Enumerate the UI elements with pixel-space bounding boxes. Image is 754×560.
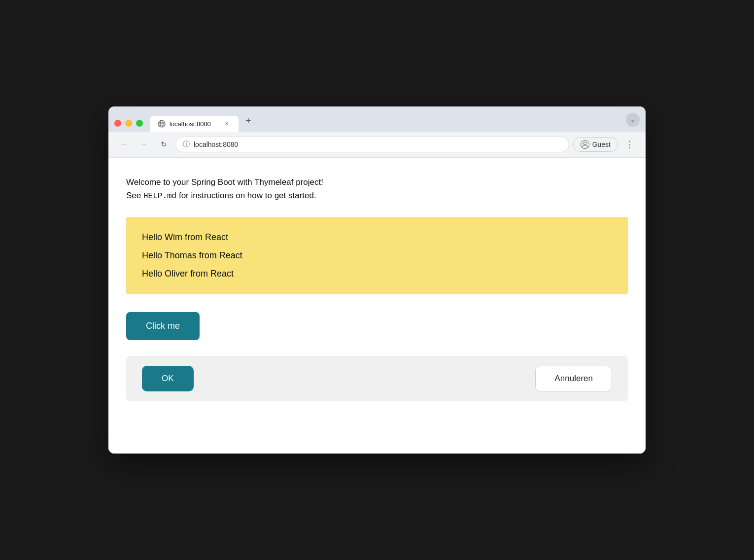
navigation-bar: ← → ↻ ⓘ localhost:8080 Guest ⋮ [108, 132, 646, 158]
welcome-message: Welcome to your Spring Boot with Thymele… [126, 175, 628, 203]
user-icon [581, 140, 589, 149]
info-icon: ⓘ [183, 140, 190, 149]
traffic-light-yellow[interactable] [125, 120, 132, 127]
welcome-line2-suffix: for instructions on how to get started. [176, 191, 316, 200]
tab-dropdown: ⌄ [626, 113, 640, 132]
guest-button[interactable]: Guest [573, 137, 618, 152]
traffic-light-red[interactable] [114, 120, 121, 127]
page-content: Welcome to your Spring Boot with Thymele… [108, 158, 646, 454]
welcome-line2: See HELP.md for instructions on how to g… [126, 189, 628, 203]
address-text: localhost:8080 [194, 140, 562, 148]
forward-icon: → [140, 140, 148, 149]
list-item: Hello Thomas from React [142, 249, 612, 262]
tab-dropdown-button[interactable]: ⌄ [626, 113, 640, 127]
welcome-line2-prefix: See [126, 191, 143, 200]
action-bar: OK Annuleren [126, 356, 628, 401]
traffic-lights [114, 120, 143, 132]
active-tab[interactable]: localhost:8080 × [150, 116, 239, 132]
guest-label: Guest [592, 140, 611, 148]
svg-point-6 [583, 142, 586, 145]
tab-title: localhost:8080 [170, 120, 219, 128]
traffic-light-green[interactable] [136, 120, 143, 127]
click-me-button[interactable]: Click me [126, 312, 200, 340]
hello-box: Hello Wim from React Hello Thomas from R… [126, 217, 628, 294]
forward-button[interactable]: → [136, 137, 152, 152]
back-icon: ← [120, 140, 128, 149]
welcome-line2-mono: HELP.md [143, 192, 176, 201]
annuleren-button[interactable]: Annuleren [535, 366, 612, 391]
tab-close-button[interactable]: × [223, 120, 231, 128]
globe-icon [158, 120, 166, 128]
ok-button[interactable]: OK [142, 366, 194, 391]
list-item: Hello Oliver from React [142, 267, 612, 280]
reload-icon: ↻ [161, 140, 167, 149]
tab-bar: localhost:8080 × + ⌄ [108, 106, 646, 132]
browser-menu-button[interactable]: ⋮ [622, 137, 638, 152]
browser-window: localhost:8080 × + ⌄ ← → ↻ ⓘ localhost:8… [108, 106, 646, 454]
new-tab-button[interactable]: + [239, 111, 258, 132]
list-item: Hello Wim from React [142, 231, 612, 244]
back-button[interactable]: ← [116, 137, 132, 152]
address-bar[interactable]: ⓘ localhost:8080 [175, 137, 569, 152]
reload-button[interactable]: ↻ [156, 137, 171, 152]
welcome-line1: Welcome to your Spring Boot with Thymele… [126, 175, 628, 189]
